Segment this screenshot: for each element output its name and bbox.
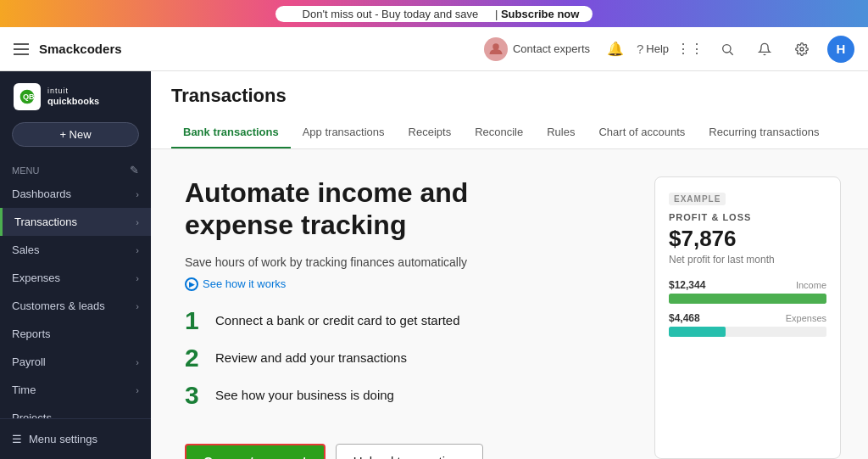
sidebar-item-dashboards[interactable]: Dashboards › xyxy=(0,180,151,208)
tab-bank-transactions[interactable]: Bank transactions xyxy=(171,117,291,148)
expenses-bar-fill xyxy=(669,327,726,337)
example-badge: EXAMPLE xyxy=(669,193,726,205)
sidebar: QB intuit quickbooks + New MENU ✎ Dashbo… xyxy=(0,71,151,459)
svg-point-1 xyxy=(723,44,731,52)
header-right: Contact experts 🔔 ? Help ⋮⋮ H xyxy=(484,36,854,63)
content-subtitle: Save hours of work by tracking finances … xyxy=(185,255,620,269)
quickbooks-logo-text: intuit quickbooks xyxy=(47,87,99,107)
example-card: EXAMPLE PROFIT & LOSS $7,876 Net profit … xyxy=(654,176,841,459)
tab-app-transactions[interactable]: App transactions xyxy=(291,117,397,148)
play-circle-icon: ▶ xyxy=(185,277,198,291)
search-icon[interactable] xyxy=(715,37,739,61)
card-amount: $7,876 xyxy=(669,226,826,252)
bell-icon[interactable] xyxy=(753,37,776,61)
sidebar-item-expenses[interactable]: Expenses › xyxy=(0,264,151,292)
sidebar-item-sales[interactable]: Sales › xyxy=(0,236,151,264)
chevron-right-icon: › xyxy=(136,273,139,283)
income-amount: $12,344 xyxy=(669,279,705,291)
sidebar-item-reports[interactable]: Reports xyxy=(0,320,151,348)
new-button[interactable]: + New xyxy=(12,122,139,147)
card-desc: Net profit for last month xyxy=(669,254,826,266)
card-label: PROFIT & LOSS xyxy=(669,212,826,222)
chevron-right-icon: › xyxy=(136,245,139,255)
income-label: Income xyxy=(796,280,826,290)
expenses-amount: $4,468 xyxy=(669,312,700,324)
tabs-bar: Bank transactions App transactions Recei… xyxy=(151,117,868,149)
top-banner: Don't miss out - Buy today and save | Su… xyxy=(0,0,868,27)
chevron-right-icon: › xyxy=(136,385,139,395)
help-button[interactable]: ? Help xyxy=(641,37,665,61)
svg-text:QB: QB xyxy=(23,92,35,101)
chevron-right-icon: › xyxy=(136,189,139,199)
tab-chart-of-accounts[interactable]: Chart of accounts xyxy=(587,117,697,148)
chevron-right-icon: › xyxy=(136,301,139,311)
svg-point-3 xyxy=(800,48,804,51)
tab-receipts[interactable]: Receipts xyxy=(397,117,464,148)
apps-grid-icon[interactable]: ⋮⋮ xyxy=(678,37,702,61)
contact-experts-button[interactable]: Contact experts xyxy=(484,37,590,61)
expenses-bar-track xyxy=(669,327,826,337)
sidebar-logo: QB intuit quickbooks xyxy=(0,71,151,122)
content-headline: Automate income and expense tracking xyxy=(185,176,620,242)
sidebar-item-transactions[interactable]: Transactions › xyxy=(0,208,151,236)
step-3: 3 See how your business is doing xyxy=(185,383,620,408)
page-header: Transactions xyxy=(151,71,868,117)
chevron-right-icon: › xyxy=(136,217,139,227)
sidebar-bottom: ☰ Menu settings xyxy=(0,418,151,459)
chevron-right-icon: › xyxy=(136,357,139,367)
tab-recurring-transactions[interactable]: Recurring transactions xyxy=(697,117,831,148)
company-name: Smackcoders xyxy=(39,42,122,56)
content-main: Automate income and expense tracking Sav… xyxy=(151,149,654,459)
sidebar-item-payroll[interactable]: Payroll › xyxy=(0,348,151,376)
expenses-label: Expenses xyxy=(786,313,826,323)
page-title: Transactions xyxy=(171,85,848,107)
see-how-link[interactable]: ▶ See how it works xyxy=(185,277,620,291)
content-area: Automate income and expense tracking Sav… xyxy=(151,149,868,459)
svg-point-0 xyxy=(492,43,499,50)
sidebar-item-time[interactable]: Time › xyxy=(0,376,151,404)
settings-icon[interactable] xyxy=(790,37,814,61)
banner-text: Don't miss out - Buy today and save | Su… xyxy=(275,6,593,22)
sidebar-item-customers-leads[interactable]: Customers & leads › xyxy=(0,292,151,320)
sidebar-nav: MENU ✎ Dashboards › Transactions › Sales… xyxy=(0,157,151,418)
main-content: Transactions Bank transactions App trans… xyxy=(151,71,868,459)
hamburger-menu[interactable] xyxy=(14,43,29,55)
menu-settings-button[interactable]: ☰ Menu settings xyxy=(12,426,139,452)
income-bar-fill xyxy=(669,294,826,304)
sidebar-item-projects[interactable]: Projects xyxy=(0,404,151,418)
tab-reconcile[interactable]: Reconcile xyxy=(463,117,535,148)
edit-menu-icon[interactable]: ✎ xyxy=(130,164,139,176)
tab-rules[interactable]: Rules xyxy=(535,117,587,148)
layout: QB intuit quickbooks + New MENU ✎ Dashbo… xyxy=(0,71,868,459)
contact-avatar xyxy=(484,37,508,61)
steps-list: 1 Connect a bank or credit card to get s… xyxy=(185,308,620,420)
quickbooks-logo-icon: QB xyxy=(14,83,41,110)
upload-transactions-button[interactable]: Upload transactions xyxy=(336,444,484,459)
megaphone-icon[interactable]: 🔔 xyxy=(604,37,627,61)
action-buttons: Connect account Upload transactions xyxy=(185,444,620,459)
income-bar-track xyxy=(669,294,826,304)
step-2: 2 Review and add your transactions xyxy=(185,345,620,371)
connect-account-button[interactable]: Connect account xyxy=(185,444,326,459)
svg-line-2 xyxy=(730,52,733,55)
step-1: 1 Connect a bank or credit card to get s… xyxy=(185,308,620,333)
menu-settings-icon: ☰ xyxy=(12,433,22,445)
header: Smackcoders Contact experts 🔔 ? Help ⋮⋮ … xyxy=(0,27,868,71)
user-avatar[interactable]: H xyxy=(827,36,854,63)
expenses-bar-row: $4,468 Expenses xyxy=(669,312,826,337)
sidebar-section-menu: MENU ✎ xyxy=(0,157,151,180)
income-bar-row: $12,344 Income xyxy=(669,279,826,304)
